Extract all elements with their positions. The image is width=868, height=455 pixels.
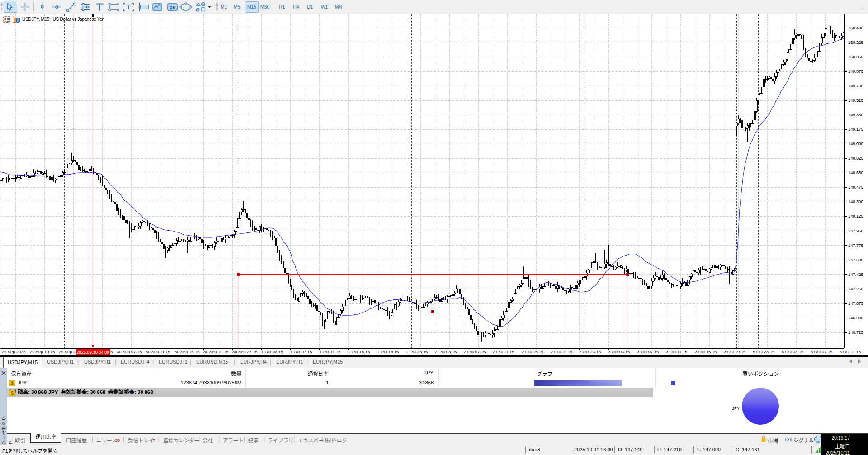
svg-text:2 Oct 03:15: 2 Oct 03:15 — [435, 350, 457, 354]
svg-text:2 Oct 19:15: 2 Oct 19:15 — [551, 350, 572, 354]
svg-text:3 Oct 07:15: 3 Oct 07:15 — [637, 350, 659, 354]
svg-text:149.525: 149.525 — [848, 98, 863, 103]
svg-text:6 Oct 03:15: 6 Oct 03:15 — [782, 350, 803, 354]
svg-text:30 Sep 15:15: 30 Sep 15:15 — [175, 350, 199, 354]
svg-text:6 Oct 07:15: 6 Oct 07:15 — [811, 350, 832, 354]
svg-text:2 Oct 23:15: 2 Oct 23:15 — [579, 350, 601, 354]
svg-text:2 Oct 07:15: 2 Oct 07:15 — [464, 350, 486, 354]
svg-text:5 Oct 23:15: 5 Oct 23:15 — [753, 350, 774, 354]
svg-text:6 Oct 11:15: 6 Oct 11:15 — [840, 350, 861, 354]
svg-text:3 Oct 03:15: 3 Oct 03:15 — [608, 350, 630, 354]
svg-text:147.775: 147.775 — [848, 243, 863, 248]
svg-text:147.250: 147.250 — [848, 287, 863, 291]
svg-text:30 Sep 07:15: 30 Sep 07:15 — [117, 350, 142, 354]
svg-text:1 Oct 03:15: 1 Oct 03:15 — [261, 350, 283, 354]
svg-text:147.075: 147.075 — [848, 301, 863, 306]
svg-text:3 Oct 11:15: 3 Oct 11:15 — [666, 350, 687, 354]
svg-text:149.350: 149.350 — [848, 113, 863, 117]
svg-text:1 Oct 23:15: 1 Oct 23:15 — [406, 350, 428, 354]
svg-text:149.700: 149.700 — [848, 84, 863, 88]
svg-text:29 Sep 2025: 29 Sep 2025 — [2, 350, 26, 354]
svg-text:147.950: 147.950 — [848, 229, 863, 233]
svg-text:2025.09.30 04:00: 2025.09.30 04:00 — [76, 350, 109, 355]
svg-text:2 Oct 11:15: 2 Oct 11:15 — [493, 350, 514, 354]
svg-text:30 Sep 23:15: 30 Sep 23:15 — [232, 350, 257, 354]
svg-text:148.650: 148.650 — [848, 171, 863, 175]
svg-text:148.300: 148.300 — [848, 199, 863, 204]
svg-text:29 Sep 19:15: 29 Sep 19:15 — [30, 350, 55, 354]
svg-text:1 Oct 15:15: 1 Oct 15:15 — [348, 350, 370, 354]
svg-text:149.000: 149.000 — [848, 142, 863, 146]
svg-text:3 Oct 19:15: 3 Oct 19:15 — [724, 350, 745, 354]
svg-text:149.875: 149.875 — [848, 69, 863, 74]
svg-text:147.425: 147.425 — [848, 272, 863, 277]
svg-text:146.900: 146.900 — [848, 316, 863, 320]
svg-text:USDJPY, M15: US Dollar vs Jap: USDJPY, M15: US Dollar vs Japanese Yen — [22, 17, 104, 22]
svg-text:1 Oct 11:15: 1 Oct 11:15 — [319, 350, 340, 354]
svg-text:146.725: 146.725 — [848, 330, 863, 335]
svg-text:149.175: 149.175 — [848, 127, 863, 132]
svg-text:OK: OK — [170, 5, 175, 9]
svg-text:30 Sep 11:15: 30 Sep 11:15 — [146, 350, 170, 354]
svg-text:148.125: 148.125 — [848, 214, 863, 218]
svg-text:3 Oct 15:15: 3 Oct 15:15 — [695, 350, 717, 354]
svg-text:1 Oct 19:15: 1 Oct 19:15 — [377, 350, 399, 354]
svg-text:1 Oct 07:15: 1 Oct 07:15 — [290, 350, 312, 354]
svg-text:148.825: 148.825 — [848, 156, 863, 161]
svg-text:150.400: 150.400 — [848, 26, 863, 30]
svg-text:148.475: 148.475 — [848, 185, 863, 190]
svg-text:150.050: 150.050 — [848, 55, 863, 59]
svg-text:30 Sep 19:15: 30 Sep 19:15 — [203, 350, 228, 354]
svg-text:150.225: 150.225 — [848, 40, 863, 45]
svg-text:2 Oct 15:15: 2 Oct 15:15 — [522, 350, 543, 354]
svg-text:147.600: 147.600 — [848, 258, 863, 262]
